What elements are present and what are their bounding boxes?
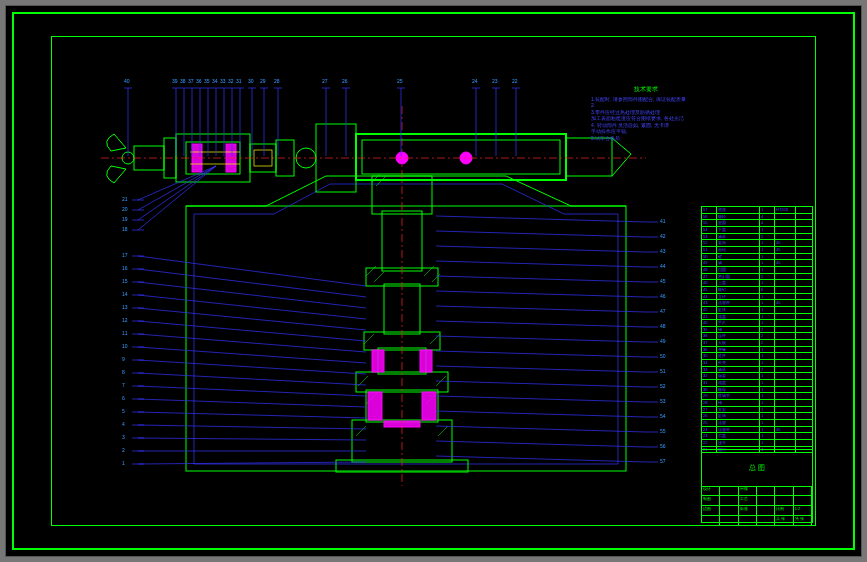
svg-line-134 [436, 216, 646, 222]
titleblock-cell [757, 506, 775, 515]
bom-row: 40手爪1 [702, 319, 812, 326]
bom-row: 54下盖1 [702, 226, 812, 233]
svg-line-144 [436, 291, 646, 297]
svg-line-96 [138, 166, 216, 220]
svg-line-94 [138, 166, 216, 210]
titleblock-cell: 设计 [702, 486, 720, 495]
bom-row: 28销1 [702, 399, 812, 406]
titleblock-cell: 工艺 [739, 496, 757, 505]
bom-table: 57底座1HT20056螺栓455垫圈454下盖153轴承252套筒14551齿… [701, 206, 813, 453]
bom-row: 22接头1 [702, 439, 812, 446]
titleblock-cell: 审核 [739, 486, 757, 495]
bom-row: 53轴承2 [702, 233, 812, 240]
svg-rect-31 [420, 350, 432, 372]
svg-line-160 [436, 411, 646, 417]
svg-line-150 [436, 336, 646, 342]
bom-row: 56螺栓4 [702, 213, 812, 220]
bom-row: 41端盖1 [702, 313, 812, 320]
titleblock-cell: 共 张 [775, 516, 793, 525]
notes-body: 1.装配时, 请参照部件图配合, 保证装配质量2.3.零件应经过热处理及防锈处理… [591, 96, 701, 142]
svg-line-110 [138, 321, 366, 341]
notes-line: 5.试车合格后 [591, 135, 701, 142]
svg-line-19 [432, 274, 440, 282]
svg-line-142 [436, 276, 646, 282]
svg-line-126 [138, 425, 366, 429]
titleblock-cell [794, 486, 812, 495]
bom-row: 46上盖1 [702, 279, 812, 286]
svg-line-164 [436, 441, 646, 447]
bom-row: 30螺母1 [702, 386, 812, 393]
bom-row: 51齿轮145 [702, 246, 812, 253]
titleblock-row: 共 张第 张 [702, 516, 812, 525]
titleblock-cell [775, 496, 793, 505]
svg-line-156 [436, 381, 646, 387]
svg-line-116 [138, 360, 366, 374]
titleblock-row: 设计审核 [702, 486, 812, 496]
titleblock-cell [775, 486, 793, 495]
svg-line-138 [436, 246, 646, 252]
svg-line-162 [436, 426, 646, 432]
titleblock-cell: 第 张 [794, 516, 812, 525]
svg-line-24 [356, 426, 366, 436]
bom-row: 27支架1 [702, 406, 812, 413]
svg-rect-30 [372, 350, 384, 372]
cad-canvas[interactable]: 技术要求 1.装配时, 请参照部件图配合, 保证装配质量2.3.零件应经过热处理… [5, 5, 862, 557]
svg-line-148 [436, 321, 646, 327]
drawing-title: 总 图 [749, 463, 765, 473]
titleblock-cell: 比例 [775, 506, 793, 515]
svg-line-104 [138, 282, 366, 308]
titleblock-cell [757, 516, 775, 525]
bom-row: 33轴承2 [702, 366, 812, 373]
bom-row: 39销2 [702, 326, 812, 333]
bom-row: 29联轴节1 [702, 392, 812, 399]
bom-row: 32隔套1 [702, 372, 812, 379]
svg-line-122 [138, 399, 366, 407]
svg-line-124 [138, 412, 366, 418]
svg-line-128 [138, 438, 366, 440]
svg-line-140 [436, 261, 646, 267]
titleblock-cell [739, 516, 757, 525]
bom-row: 24活塞杆145 [702, 426, 812, 433]
titleblock-cell [757, 486, 775, 495]
bom-row: 45螺钉6 [702, 286, 812, 293]
bom-row: 38连杆2 [702, 332, 812, 339]
svg-line-108 [138, 308, 366, 330]
svg-line-106 [138, 295, 366, 319]
svg-line-17 [374, 272, 384, 282]
bom-row: 31端盖1 [702, 379, 812, 386]
cad-viewport[interactable]: 技术要求 1.装配时, 请参照部件图配合, 保证装配质量2.3.零件应经过热处理… [0, 0, 867, 562]
bom-row: 36弹簧1 [702, 346, 812, 353]
svg-rect-0 [186, 206, 626, 471]
bom-row: 49轴145 [702, 259, 812, 266]
svg-line-25 [438, 426, 448, 436]
titleblock-cell [720, 496, 738, 505]
notes-title: 技术要求 [591, 86, 701, 94]
titleblock-cell [702, 516, 720, 525]
titleblock-cell: 描图 [702, 506, 720, 515]
bom-row: 23后盖1 [702, 432, 812, 439]
bom-row: 37夹板2 [702, 339, 812, 346]
bom-row: 55垫圈4 [702, 219, 812, 226]
titleblock-cell: 标准 [739, 506, 757, 515]
svg-line-100 [138, 256, 366, 286]
svg-line-136 [436, 231, 646, 237]
svg-line-102 [138, 269, 366, 297]
titleblock-row: 描图标准比例1:2 [702, 506, 812, 516]
svg-line-21 [430, 334, 440, 344]
svg-line-152 [436, 351, 646, 357]
bom-row: 26缸筒1 [702, 412, 812, 419]
titleblock-cell: 1:2 [794, 506, 812, 515]
bom-row: 25活塞1 [702, 419, 812, 426]
bom-row: 50键1 [702, 253, 812, 260]
titleblock-cell [757, 496, 775, 505]
notes-line: 1.装配时, 请参照部件图配合, 保证装配质量 [591, 96, 701, 103]
titleblock-cell [794, 496, 812, 505]
titleblock-cell: 制图 [702, 496, 720, 505]
bom-row: 52套筒145 [702, 239, 812, 246]
technical-notes: 技术要求 1.装配时, 请参照部件图配合, 保证装配质量2.3.零件应经过热处理… [591, 86, 701, 141]
bom-row: 44立柱1 [702, 293, 812, 300]
svg-line-20 [364, 334, 374, 344]
titleblock-cell [720, 486, 738, 495]
svg-line-120 [138, 386, 366, 396]
bom-row: 34外壳1 [702, 359, 812, 366]
